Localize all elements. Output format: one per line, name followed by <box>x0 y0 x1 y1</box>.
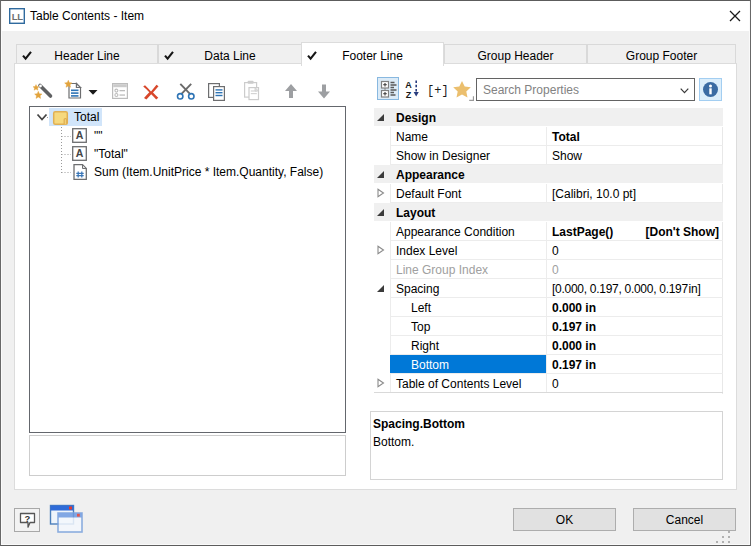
svg-text:Z: Z <box>406 90 412 100</box>
svg-text:?: ? <box>25 513 31 524</box>
svg-text:LL: LL <box>12 11 23 22</box>
svg-text:A: A <box>76 147 84 159</box>
svg-text:A: A <box>405 80 412 90</box>
svg-text:A: A <box>76 129 84 141</box>
